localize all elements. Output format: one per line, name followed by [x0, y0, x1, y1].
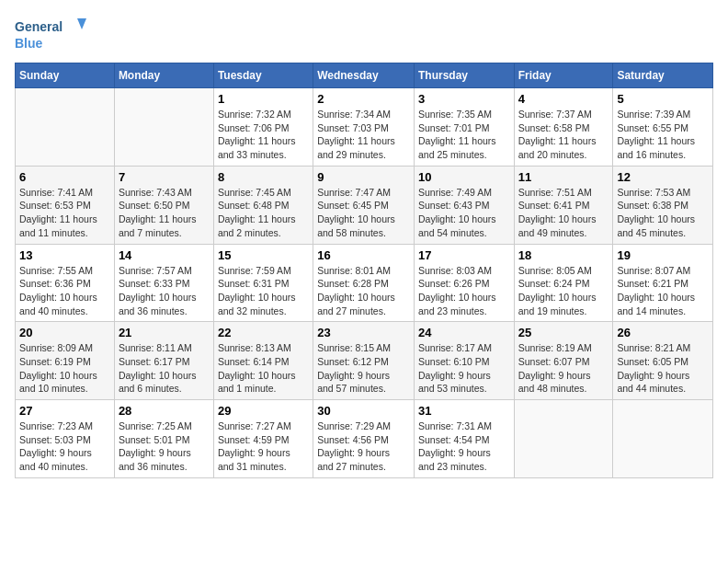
- calendar-cell: 11Sunrise: 7:51 AM Sunset: 6:41 PM Dayli…: [514, 166, 613, 244]
- calendar-cell: 29Sunrise: 7:27 AM Sunset: 4:59 PM Dayli…: [213, 400, 313, 478]
- calendar-cell: 23Sunrise: 8:15 AM Sunset: 6:12 PM Dayli…: [313, 322, 415, 400]
- weekday-header-saturday: Saturday: [613, 63, 713, 88]
- calendar-cell: 16Sunrise: 8:01 AM Sunset: 6:28 PM Dayli…: [313, 244, 415, 322]
- day-number: 19: [617, 248, 709, 262]
- day-detail: Sunrise: 8:21 AM Sunset: 6:05 PM Dayligh…: [617, 341, 709, 396]
- day-detail: Sunrise: 7:29 AM Sunset: 4:56 PM Dayligh…: [317, 419, 410, 474]
- day-number: 8: [218, 170, 309, 184]
- calendar-week-4: 20Sunrise: 8:09 AM Sunset: 6:19 PM Dayli…: [16, 322, 713, 400]
- day-number: 2: [317, 92, 410, 106]
- calendar-cell: [16, 88, 115, 167]
- weekday-header-friday: Friday: [514, 63, 613, 88]
- day-number: 1: [218, 92, 309, 106]
- day-number: 10: [418, 170, 510, 184]
- calendar-cell: 31Sunrise: 7:31 AM Sunset: 4:54 PM Dayli…: [414, 400, 514, 478]
- day-number: 31: [418, 404, 510, 418]
- calendar-cell: [114, 88, 213, 167]
- weekday-header-thursday: Thursday: [414, 63, 514, 88]
- page-header: General Blue: [15, 15, 713, 55]
- weekday-header-wednesday: Wednesday: [313, 63, 415, 88]
- day-detail: Sunrise: 7:34 AM Sunset: 7:03 PM Dayligh…: [317, 108, 410, 162]
- calendar-cell: 28Sunrise: 7:25 AM Sunset: 5:01 PM Dayli…: [114, 400, 213, 478]
- day-detail: Sunrise: 7:32 AM Sunset: 7:06 PM Dayligh…: [218, 108, 309, 162]
- day-number: 23: [317, 326, 410, 339]
- day-detail: Sunrise: 7:37 AM Sunset: 6:58 PM Dayligh…: [518, 108, 609, 162]
- calendar-cell: 17Sunrise: 8:03 AM Sunset: 6:26 PM Dayli…: [414, 244, 514, 322]
- weekday-header-tuesday: Tuesday: [213, 63, 313, 88]
- day-number: 16: [317, 248, 410, 262]
- day-detail: Sunrise: 7:39 AM Sunset: 6:55 PM Dayligh…: [617, 108, 709, 162]
- day-number: 5: [617, 92, 709, 106]
- calendar-cell: 27Sunrise: 7:23 AM Sunset: 5:03 PM Dayli…: [16, 400, 115, 478]
- day-detail: Sunrise: 7:23 AM Sunset: 5:03 PM Dayligh…: [19, 419, 110, 474]
- day-detail: Sunrise: 8:03 AM Sunset: 6:26 PM Dayligh…: [418, 264, 510, 318]
- day-number: 18: [518, 248, 609, 262]
- calendar-cell: [613, 400, 713, 478]
- calendar-cell: 5Sunrise: 7:39 AM Sunset: 6:55 PM Daylig…: [613, 88, 713, 167]
- calendar-cell: 2Sunrise: 7:34 AM Sunset: 7:03 PM Daylig…: [313, 88, 415, 167]
- calendar-cell: 26Sunrise: 8:21 AM Sunset: 6:05 PM Dayli…: [613, 322, 713, 400]
- day-number: 6: [19, 170, 110, 184]
- svg-text:Blue: Blue: [15, 36, 43, 51]
- day-detail: Sunrise: 7:59 AM Sunset: 6:31 PM Dayligh…: [218, 264, 309, 318]
- calendar-cell: 20Sunrise: 8:09 AM Sunset: 6:19 PM Dayli…: [16, 322, 115, 400]
- day-number: 3: [418, 92, 510, 106]
- calendar-cell: 8Sunrise: 7:45 AM Sunset: 6:48 PM Daylig…: [213, 166, 313, 244]
- logo-svg: General Blue: [15, 15, 88, 55]
- day-detail: Sunrise: 8:11 AM Sunset: 6:17 PM Dayligh…: [119, 341, 210, 396]
- calendar-cell: 22Sunrise: 8:13 AM Sunset: 6:14 PM Dayli…: [213, 322, 313, 400]
- calendar-cell: 1Sunrise: 7:32 AM Sunset: 7:06 PM Daylig…: [213, 88, 313, 167]
- calendar-cell: 9Sunrise: 7:47 AM Sunset: 6:45 PM Daylig…: [313, 166, 415, 244]
- calendar-cell: 18Sunrise: 8:05 AM Sunset: 6:24 PM Dayli…: [514, 244, 613, 322]
- day-number: 15: [218, 248, 309, 262]
- calendar-cell: 4Sunrise: 7:37 AM Sunset: 6:58 PM Daylig…: [514, 88, 613, 167]
- day-number: 25: [518, 326, 609, 339]
- calendar-cell: [514, 400, 613, 478]
- weekday-header-sunday: Sunday: [16, 63, 115, 88]
- day-number: 9: [317, 170, 410, 184]
- calendar-week-2: 6Sunrise: 7:41 AM Sunset: 6:53 PM Daylig…: [16, 166, 713, 244]
- day-detail: Sunrise: 7:31 AM Sunset: 4:54 PM Dayligh…: [418, 419, 510, 474]
- svg-text:General: General: [15, 19, 63, 34]
- day-number: 7: [119, 170, 210, 184]
- day-detail: Sunrise: 7:43 AM Sunset: 6:50 PM Dayligh…: [119, 186, 210, 240]
- day-number: 22: [218, 326, 309, 339]
- day-number: 26: [617, 326, 709, 339]
- day-number: 24: [418, 326, 510, 339]
- day-detail: Sunrise: 7:45 AM Sunset: 6:48 PM Dayligh…: [218, 186, 309, 240]
- day-detail: Sunrise: 7:51 AM Sunset: 6:41 PM Dayligh…: [518, 186, 609, 240]
- day-detail: Sunrise: 8:19 AM Sunset: 6:07 PM Dayligh…: [518, 341, 609, 396]
- day-detail: Sunrise: 7:53 AM Sunset: 6:38 PM Dayligh…: [617, 186, 709, 240]
- day-number: 17: [418, 248, 510, 262]
- svg-marker-2: [77, 18, 86, 29]
- day-detail: Sunrise: 7:27 AM Sunset: 4:59 PM Dayligh…: [218, 419, 309, 474]
- calendar-week-3: 13Sunrise: 7:55 AM Sunset: 6:36 PM Dayli…: [16, 244, 713, 322]
- day-detail: Sunrise: 8:01 AM Sunset: 6:28 PM Dayligh…: [317, 264, 410, 318]
- day-number: 30: [317, 404, 410, 418]
- day-detail: Sunrise: 8:13 AM Sunset: 6:14 PM Dayligh…: [218, 341, 309, 396]
- calendar-cell: 14Sunrise: 7:57 AM Sunset: 6:33 PM Dayli…: [114, 244, 213, 322]
- day-detail: Sunrise: 8:09 AM Sunset: 6:19 PM Dayligh…: [19, 341, 110, 396]
- day-detail: Sunrise: 7:25 AM Sunset: 5:01 PM Dayligh…: [119, 419, 210, 474]
- calendar-cell: 19Sunrise: 8:07 AM Sunset: 6:21 PM Dayli…: [613, 244, 713, 322]
- day-number: 13: [19, 248, 110, 262]
- calendar-cell: 25Sunrise: 8:19 AM Sunset: 6:07 PM Dayli…: [514, 322, 613, 400]
- day-detail: Sunrise: 8:17 AM Sunset: 6:10 PM Dayligh…: [418, 341, 510, 396]
- logo: General Blue: [15, 15, 88, 55]
- day-number: 29: [218, 404, 309, 418]
- calendar-cell: 12Sunrise: 7:53 AM Sunset: 6:38 PM Dayli…: [613, 166, 713, 244]
- day-detail: Sunrise: 7:41 AM Sunset: 6:53 PM Dayligh…: [19, 186, 110, 240]
- calendar-cell: 24Sunrise: 8:17 AM Sunset: 6:10 PM Dayli…: [414, 322, 514, 400]
- day-detail: Sunrise: 8:05 AM Sunset: 6:24 PM Dayligh…: [518, 264, 609, 318]
- weekday-header-monday: Monday: [114, 63, 213, 88]
- day-number: 12: [617, 170, 709, 184]
- day-number: 28: [119, 404, 210, 418]
- calendar-cell: 6Sunrise: 7:41 AM Sunset: 6:53 PM Daylig…: [16, 166, 115, 244]
- day-detail: Sunrise: 8:07 AM Sunset: 6:21 PM Dayligh…: [617, 264, 709, 318]
- calendar-cell: 13Sunrise: 7:55 AM Sunset: 6:36 PM Dayli…: [16, 244, 115, 322]
- day-detail: Sunrise: 7:47 AM Sunset: 6:45 PM Dayligh…: [317, 186, 410, 240]
- calendar-cell: 30Sunrise: 7:29 AM Sunset: 4:56 PM Dayli…: [313, 400, 415, 478]
- day-detail: Sunrise: 8:15 AM Sunset: 6:12 PM Dayligh…: [317, 341, 410, 396]
- day-number: 20: [19, 326, 110, 339]
- calendar-cell: 10Sunrise: 7:49 AM Sunset: 6:43 PM Dayli…: [414, 166, 514, 244]
